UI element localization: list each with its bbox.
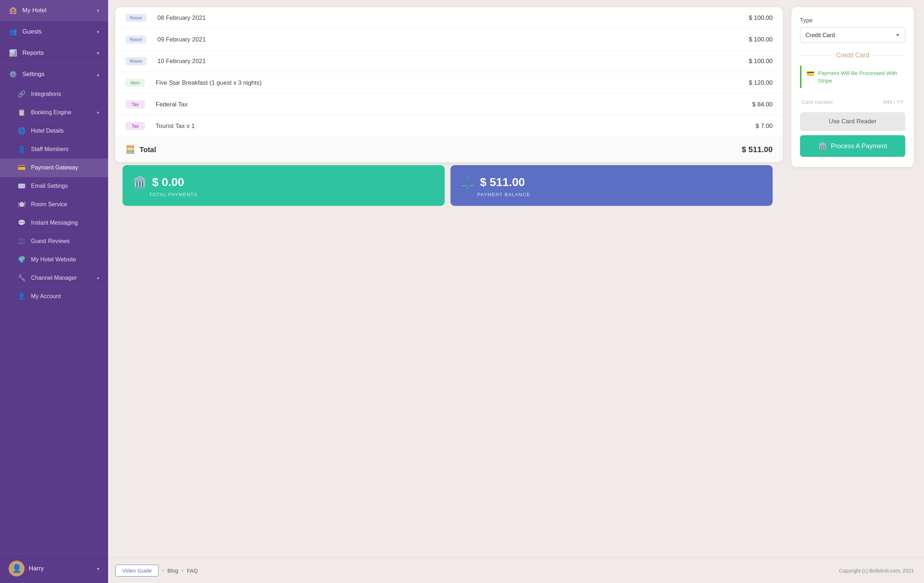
payment-balance-amount: $ 511.00 bbox=[480, 175, 525, 189]
process-payment-button[interactable]: 🏛️ Process A Payment bbox=[800, 135, 905, 157]
charge-date: 09 February 2021 bbox=[157, 36, 726, 43]
staff-icon: 👤 bbox=[17, 145, 26, 153]
balance-icon: ⚖️ bbox=[460, 175, 475, 189]
main-content: Room 08 February 2021 $ 100.00 Room 09 F… bbox=[108, 0, 924, 583]
charge-date: 08 February 2021 bbox=[157, 15, 726, 21]
sidebar: 🏨 My Hotel ▾ 👥 Guests ▾ 📊 Reports ▾ ⚙️ S… bbox=[0, 0, 108, 583]
video-guide-button[interactable]: Video Guide bbox=[116, 565, 158, 576]
sidebar-item-channel-manager[interactable]: 🔧 Channel Manager ▾ bbox=[0, 269, 108, 287]
type-label: Type bbox=[800, 17, 905, 24]
table-row: Item Five Star Breakfast (1 guest x 3 ni… bbox=[116, 72, 783, 94]
user-name: Harry bbox=[29, 565, 44, 572]
sidebar-item-label: Guests bbox=[22, 28, 42, 35]
summary-cards: 🏛️ $ 0.00 TOTAL PAYMENTS ⚖️ $ 511.00 PAY… bbox=[116, 162, 783, 211]
charges-panel: Room 08 February 2021 $ 100.00 Room 09 F… bbox=[116, 7, 783, 162]
sidebar-item-label: Settings bbox=[22, 71, 45, 78]
footer-links: Video Guide • Blog • FAQ bbox=[116, 565, 198, 576]
badge-room: Room bbox=[125, 35, 147, 44]
charge-amount: $ 7.00 bbox=[733, 122, 773, 130]
faq-link[interactable]: FAQ bbox=[187, 568, 198, 574]
channel-manager-icon: 🔧 bbox=[17, 274, 26, 282]
badge-tax: Tax bbox=[125, 122, 145, 130]
sidebar-item-hotel-details[interactable]: 🌐 Hotel Details bbox=[0, 122, 108, 140]
guests-icon: 👥 bbox=[9, 28, 17, 36]
payment-balance-label: PAYMENT BALANCE bbox=[460, 192, 762, 197]
credit-card-icon: 💳 bbox=[807, 69, 814, 78]
sidebar-sub-label: My Account bbox=[31, 293, 61, 300]
charge-description: Federal Tax bbox=[156, 101, 726, 108]
sidebar-item-label: My Hotel bbox=[22, 7, 46, 14]
charge-description: Five Star Breakfast (1 guest x 3 nights) bbox=[156, 79, 726, 86]
sidebar-item-payment-gateway[interactable]: 💳 Payment Gateway bbox=[0, 159, 108, 177]
sidebar-item-instant-messaging[interactable]: 💬 Instant Messaging bbox=[0, 214, 108, 232]
charge-amount: $ 100.00 bbox=[733, 15, 773, 21]
table-row: Room 08 February 2021 $ 100.00 bbox=[116, 7, 783, 29]
sidebar-item-guests[interactable]: 👥 Guests ▾ bbox=[0, 21, 108, 43]
charge-amount: $ 100.00 bbox=[733, 36, 773, 43]
sidebar-sub-label: Booking Engine bbox=[31, 109, 71, 116]
payment-gateway-icon: 💳 bbox=[17, 164, 26, 172]
hotel-details-icon: 🌐 bbox=[17, 127, 26, 135]
process-payment-label: Process A Payment bbox=[831, 142, 887, 150]
total-payments-card: 🏛️ $ 0.00 TOTAL PAYMENTS bbox=[122, 165, 445, 206]
chevron-icon: ▾ bbox=[97, 8, 99, 13]
sidebar-item-my-account[interactable]: 👤 My Account bbox=[0, 287, 108, 306]
sidebar-item-booking-engine[interactable]: 📋 Booking Engine ▾ bbox=[0, 104, 108, 122]
stripe-notice: 💳 Payment Will Be Processed With Stripe bbox=[800, 66, 905, 88]
sidebar-item-staff-members[interactable]: 👤 Staff Members bbox=[0, 140, 108, 159]
sidebar-item-room-service[interactable]: 🍽️ Room Service bbox=[0, 195, 108, 214]
badge-tax: Tax bbox=[125, 100, 145, 109]
divider-line-right bbox=[874, 55, 905, 56]
charge-amount: $ 100.00 bbox=[733, 58, 773, 65]
sidebar-item-my-hotel[interactable]: 🏨 My Hotel ▾ bbox=[0, 0, 108, 21]
my-hotel-icon: 🏨 bbox=[9, 7, 17, 15]
sidebar-item-reports[interactable]: 📊 Reports ▾ bbox=[0, 43, 108, 64]
integrations-icon: 🔗 bbox=[17, 90, 26, 98]
type-select[interactable]: Credit Card Cash Bank Transfer bbox=[800, 27, 905, 43]
chevron-icon: ▾ bbox=[97, 110, 99, 116]
chevron-up-icon: ▴ bbox=[97, 72, 99, 77]
charge-date: 10 February 2021 bbox=[157, 58, 726, 65]
divider-line-left bbox=[800, 55, 832, 56]
card-number-placeholder: Card number bbox=[802, 99, 833, 105]
website-icon: 🌍 bbox=[17, 256, 26, 264]
total-payments-amount: $ 0.00 bbox=[152, 175, 184, 189]
sidebar-item-settings[interactable]: ⚙️ Settings ▴ bbox=[0, 64, 108, 85]
sidebar-item-hotel-website[interactable]: 🌍 My Hotel Website bbox=[0, 251, 108, 269]
total-icon: 🧮 bbox=[125, 145, 135, 154]
blog-link[interactable]: Blog bbox=[168, 568, 178, 574]
sidebar-sub-label: Payment Gateway bbox=[31, 164, 78, 171]
table-row: Room 09 February 2021 $ 100.00 bbox=[116, 29, 783, 51]
footer: Video Guide • Blog • FAQ Copyright (c) B… bbox=[108, 558, 924, 583]
email-icon: ✉️ bbox=[17, 182, 26, 190]
sidebar-sub-label: My Hotel Website bbox=[31, 256, 76, 263]
sidebar-sub-label: Hotel Details bbox=[31, 128, 64, 134]
footer-dot-1: • bbox=[162, 568, 163, 573]
sidebar-item-email-settings[interactable]: ✉️ Email Settings bbox=[0, 177, 108, 195]
copyright: Copyright (c) Bellebnb.com, 2021 bbox=[839, 568, 914, 574]
sidebar-sub-label: Email Settings bbox=[31, 183, 68, 189]
user-area[interactable]: 👤 Harry ▾ bbox=[0, 554, 108, 583]
badge-item: Item bbox=[125, 79, 145, 87]
avatar: 👤 bbox=[9, 561, 25, 576]
settings-icon: ⚙️ bbox=[9, 70, 17, 78]
reviews-icon: ⚖️ bbox=[17, 237, 26, 245]
user-chevron-icon: ▾ bbox=[97, 566, 99, 571]
messaging-icon: 💬 bbox=[17, 219, 26, 227]
sidebar-item-guest-reviews[interactable]: ⚖️ Guest Reviews bbox=[0, 232, 108, 251]
booking-engine-icon: 📋 bbox=[17, 109, 26, 116]
sidebar-item-label: Reports bbox=[22, 50, 44, 56]
process-icon: 🏛️ bbox=[818, 142, 827, 150]
table-row: Tax Tourist Tax x 1 $ 7.00 bbox=[116, 116, 783, 137]
table-row: Room 10 February 2021 $ 100.00 bbox=[116, 51, 783, 72]
chevron-icon: ▾ bbox=[97, 51, 99, 56]
section-divider: Credit Card bbox=[800, 51, 905, 59]
use-card-reader-button[interactable]: Use Card Reader bbox=[800, 112, 905, 131]
total-label: Total bbox=[139, 146, 156, 154]
card-fields: Card number MM / YY bbox=[800, 95, 905, 106]
sidebar-sub-label: Channel Manager bbox=[31, 275, 77, 281]
badge-room: Room bbox=[125, 57, 147, 65]
total-amount: $ 511.00 bbox=[742, 145, 773, 154]
sidebar-item-integrations[interactable]: 🔗 Integrations bbox=[0, 85, 108, 104]
sidebar-sub-label: Guest Reviews bbox=[31, 238, 70, 244]
